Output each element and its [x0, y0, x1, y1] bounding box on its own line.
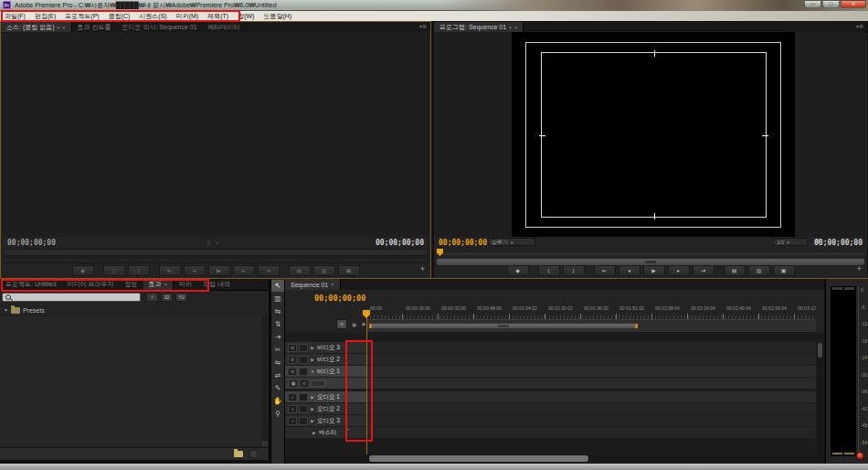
program-time-ruler[interactable] — [435, 248, 866, 257]
eye-icon[interactable]: ⊙ — [288, 368, 297, 376]
close-tab-icon[interactable]: × — [164, 282, 168, 287]
track-name[interactable]: 비디오 1 — [317, 368, 342, 376]
chevron-down-icon[interactable]: ▾ — [509, 25, 512, 30]
work-area-bar[interactable] — [369, 324, 638, 328]
tab-effect-controls[interactable]: 효과 컨트롤 — [72, 22, 117, 32]
new-custom-bin-icon[interactable] — [234, 451, 243, 457]
zoom-tool[interactable]: ⚲ — [271, 408, 284, 420]
delete-icon[interactable] — [249, 450, 258, 458]
timeline-vertical-scrollbar[interactable] — [817, 342, 823, 454]
speaker-icon[interactable]: ♪ — [288, 417, 297, 425]
timeline-ruler[interactable]: 00:0000:00:16:0000:00:32:0000:00:48:0000… — [366, 305, 816, 320]
track-name[interactable]: 오디오 1 — [317, 393, 342, 401]
play-button[interactable]: ▶ — [643, 265, 665, 276]
collapse-arrow-icon[interactable]: ▶ — [310, 407, 315, 411]
effects-search-box[interactable] — [2, 293, 141, 302]
mark-in-button[interactable]: { — [538, 265, 560, 276]
rolling-edit-tool[interactable]: ⇅ — [271, 318, 284, 330]
playback-resolution-select[interactable]: 1/2▾ — [773, 238, 808, 246]
tab-sequence-01[interactable]: Sequence 01 × — [285, 279, 341, 290]
menu-sequence[interactable]: 시퀀스(S) — [134, 11, 171, 21]
track-name[interactable]: 마스터 — [319, 429, 344, 437]
step-back-button[interactable]: ◂ — [619, 265, 640, 276]
lock-toggle[interactable]: · — [299, 344, 308, 352]
mark-in-button[interactable]: { — [103, 265, 125, 276]
track-name[interactable]: 비디오 2 — [317, 356, 342, 364]
fit-zoom-select[interactable]: 맞추기▾ — [488, 238, 535, 246]
extract-button[interactable]: ▥ — [313, 265, 335, 276]
menu-clip[interactable]: 클립(C) — [104, 11, 135, 21]
lift-button[interactable]: ▤ — [289, 265, 311, 276]
lock-toggle[interactable]: · — [299, 368, 308, 376]
menu-title[interactable]: 제목(T) — [203, 11, 233, 21]
set-display-style-icon[interactable]: ▦ — [289, 379, 298, 388]
chevron-down-icon[interactable]: ▾ — [58, 25, 60, 30]
video1-track-lane[interactable] — [366, 366, 816, 377]
effects-list[interactable] — [0, 316, 269, 446]
tab-info[interactable]: 정보 × — [120, 279, 143, 290]
close-tab-icon[interactable]: × — [62, 25, 66, 30]
accelerated-effects-filter[interactable]: ⚡ — [146, 293, 158, 302]
audio2-track-lane[interactable] — [366, 403, 816, 414]
menu-marker[interactable]: 마커(M) — [172, 11, 204, 21]
eye-icon[interactable]: ⊙ — [288, 344, 297, 352]
audio3-track-lane[interactable] — [366, 415, 816, 426]
export-frame-button[interactable]: ▣ — [773, 265, 795, 276]
go-to-out-button[interactable]: ⇥ — [258, 265, 280, 276]
tab-audio-mixer[interactable]: 오디오 믹서: Sequence 01 — [116, 22, 202, 32]
menu-edit[interactable]: 편집(E) — [30, 11, 60, 21]
audio1-track-lane[interactable] — [366, 391, 816, 402]
track-name[interactable]: 비디오 3 — [317, 344, 342, 352]
maximize-button[interactable]: ▢ — [822, 0, 840, 8]
tab-history[interactable]: 작업 내역 × — [197, 279, 236, 290]
button-editor-icon[interactable]: + — [420, 265, 425, 273]
effects-scrollbar[interactable] — [262, 316, 268, 446]
drag-audio-icon[interactable]: ♪ — [216, 240, 224, 245]
collapse-arrow-icon[interactable]: ▶ — [310, 346, 315, 350]
collapse-arrow-icon[interactable]: ▶ — [310, 395, 315, 400]
timeline-current-timecode[interactable]: 00;00;00;00 — [314, 294, 365, 303]
track-name[interactable]: 오디오 2 — [317, 405, 342, 413]
menu-window[interactable]: 창(W) — [233, 11, 259, 21]
audio1-track-header[interactable]: ♪ · ▶ 오디오 1 — [285, 391, 366, 402]
tab-project[interactable]: 프로젝트: Untitled × — [0, 279, 62, 290]
selection-tool[interactable]: ↖ — [271, 280, 284, 292]
add-marker-button[interactable]: ◆ — [507, 265, 529, 276]
slip-tool[interactable]: ⇋ — [271, 357, 284, 369]
track-name[interactable]: 오디오 3 — [317, 417, 342, 425]
add-marker-button[interactable]: ◆ — [72, 265, 94, 276]
tab-metadata[interactable]: 메타데이터 — [203, 22, 246, 32]
minimize-button[interactable]: — — [804, 0, 821, 8]
snap-toggle-button[interactable]: ∪ — [336, 319, 347, 329]
tab-effects[interactable]: 효과 × — [143, 279, 175, 290]
lock-toggle[interactable]: · — [299, 393, 308, 401]
video3-track-header[interactable]: ⊙ · ▶ 비디오 3 — [285, 342, 366, 353]
yuv-effects-filter[interactable]: YU — [175, 293, 187, 302]
extract-button[interactable]: ▥ — [748, 265, 770, 276]
audio3-track-header[interactable]: ♪ · ▶ 오디오 3 — [285, 415, 366, 426]
step-forward-button[interactable]: ▸ — [233, 265, 255, 276]
tab-source[interactable]: 소스: (클립 없음) ▾ × — [1, 22, 72, 32]
video2-track-lane[interactable] — [366, 354, 816, 365]
show-keyframes-icon[interactable]: ◇ — [300, 379, 309, 388]
collapse-arrow-icon[interactable]: ▶ — [310, 419, 315, 423]
go-to-in-button[interactable]: ⇤ — [159, 265, 181, 276]
video3-track-lane[interactable] — [366, 342, 816, 353]
mark-out-button[interactable]: } — [128, 265, 150, 276]
mute-toggle-button[interactable] — [856, 452, 864, 460]
keyframe-nav-control[interactable] — [311, 380, 325, 387]
menu-project[interactable]: 프로젝트(P) — [60, 11, 103, 21]
bit32-color-filter[interactable]: 32 — [161, 293, 173, 302]
play-button[interactable]: ▶ — [208, 265, 230, 276]
audio-meter[interactable] — [831, 286, 856, 456]
slide-tool[interactable]: ⇌ — [271, 369, 284, 381]
speaker-icon[interactable]: ♪ — [288, 393, 297, 401]
collapse-arrow-icon[interactable]: ▶ — [310, 358, 315, 362]
go-to-in-button[interactable]: ⇤ — [594, 265, 616, 276]
close-tab-icon[interactable]: × — [514, 25, 518, 30]
audio2-track-header[interactable]: ♪ · ▶ 오디오 2 — [285, 403, 366, 414]
speaker-icon[interactable]: ♪ — [288, 405, 297, 413]
menu-file[interactable]: 파일(F) — [0, 11, 30, 21]
tab-markers[interactable]: 마커 × — [174, 279, 197, 290]
drag-video-icon[interactable]: ▯ — [207, 240, 216, 245]
